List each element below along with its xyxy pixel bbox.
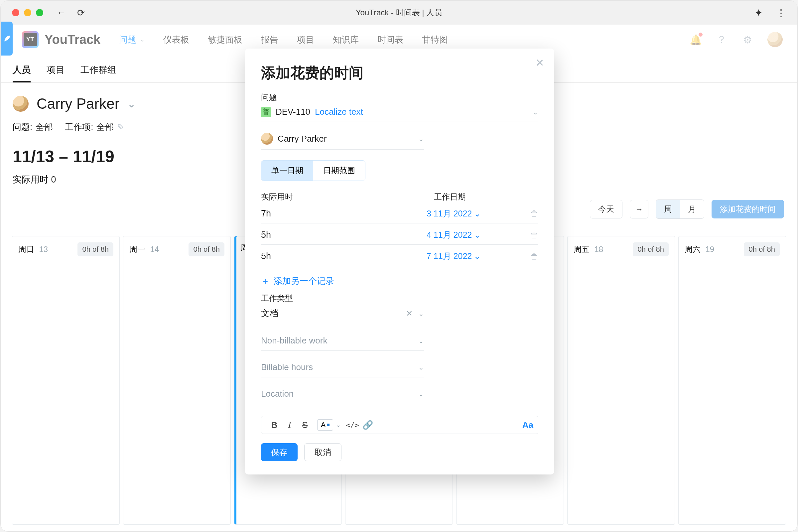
- text-color-button[interactable]: A: [317, 419, 333, 431]
- dialog-title: 添加花费的时间: [261, 63, 538, 83]
- date-picker[interactable]: 4 11月 2022⌄: [426, 229, 481, 241]
- close-icon[interactable]: ✕: [535, 57, 544, 69]
- issue-summary: Localize text: [315, 107, 363, 117]
- chevron-down-icon: ⌄: [418, 309, 424, 318]
- chevron-down-icon: ⌄: [474, 251, 481, 261]
- location-select[interactable]: Location ⌄: [261, 387, 424, 404]
- chevron-down-icon: ⌄: [418, 135, 424, 142]
- add-spent-time-dialog: ✕ 添加花费的时间 问题 普 DEV-110 Localize text ⌄ C…: [245, 49, 554, 474]
- code-button[interactable]: </>: [345, 421, 360, 429]
- single-date-button[interactable]: 单一日期: [261, 160, 313, 180]
- time-input[interactable]: 7h: [261, 208, 426, 219]
- time-input[interactable]: 5h: [261, 251, 426, 261]
- time-row: 7h 3 11月 2022⌄ 🗑: [261, 208, 538, 224]
- billable-select[interactable]: Billable hours ⌄: [261, 360, 424, 377]
- cancel-button[interactable]: 取消: [304, 443, 341, 461]
- trash-icon[interactable]: 🗑: [530, 252, 538, 261]
- assignee-select[interactable]: Carry Parker ⌄: [261, 131, 424, 150]
- trash-icon[interactable]: 🗑: [530, 230, 538, 240]
- chevron-down-icon[interactable]: ⌄: [336, 421, 341, 429]
- worktype-select[interactable]: 文档 ✕ ⌄: [261, 306, 424, 324]
- date-header: 工作日期: [434, 191, 466, 202]
- avatar: [261, 133, 273, 145]
- modal-overlay: ✕ 添加花费的时间 问题 普 DEV-110 Localize text ⌄ C…: [1, 1, 797, 531]
- issue-label: 问题: [261, 92, 538, 103]
- strike-button[interactable]: S: [297, 420, 312, 430]
- nonbillable-select[interactable]: Non-billable work ⌄: [261, 334, 424, 351]
- issue-key: DEV-110: [276, 107, 310, 117]
- chevron-down-icon: ⌄: [418, 337, 424, 345]
- chevron-down-icon: ⌄: [418, 363, 424, 372]
- chevron-down-icon: ⌄: [474, 209, 481, 218]
- time-row: 5h 7 11月 2022⌄ 🗑: [261, 251, 538, 266]
- plus-icon: ＋: [261, 275, 270, 287]
- bold-button[interactable]: B: [267, 420, 282, 430]
- clear-icon[interactable]: ✕: [406, 309, 413, 318]
- chevron-down-icon: ⌄: [533, 108, 538, 116]
- time-header: 实际用时: [261, 191, 421, 202]
- priority-badge: 普: [261, 107, 271, 117]
- date-mode-segment: 单一日期 日期范围: [261, 160, 365, 181]
- text-format-button[interactable]: Aa: [522, 420, 533, 430]
- italic-button[interactable]: I: [282, 420, 297, 430]
- date-range-button[interactable]: 日期范围: [313, 160, 365, 180]
- worktype-label: 工作类型: [261, 293, 538, 304]
- link-button[interactable]: 🔗: [360, 420, 375, 430]
- chevron-down-icon: ⌄: [474, 230, 481, 240]
- rich-text-toolbar: B I S A ⌄ </> 🔗 Aa: [261, 416, 538, 434]
- date-picker[interactable]: 7 11月 2022⌄: [426, 251, 481, 262]
- save-button[interactable]: 保存: [261, 443, 298, 461]
- issue-select[interactable]: 普 DEV-110 Localize text ⌄: [261, 107, 538, 121]
- add-record-button[interactable]: ＋ 添加另一个记录: [261, 275, 538, 287]
- chevron-down-icon: ⌄: [418, 390, 424, 398]
- time-input[interactable]: 5h: [261, 230, 426, 240]
- time-row: 5h 4 11月 2022⌄ 🗑: [261, 229, 538, 245]
- date-picker[interactable]: 3 11月 2022⌄: [426, 208, 481, 219]
- trash-icon[interactable]: 🗑: [530, 209, 538, 218]
